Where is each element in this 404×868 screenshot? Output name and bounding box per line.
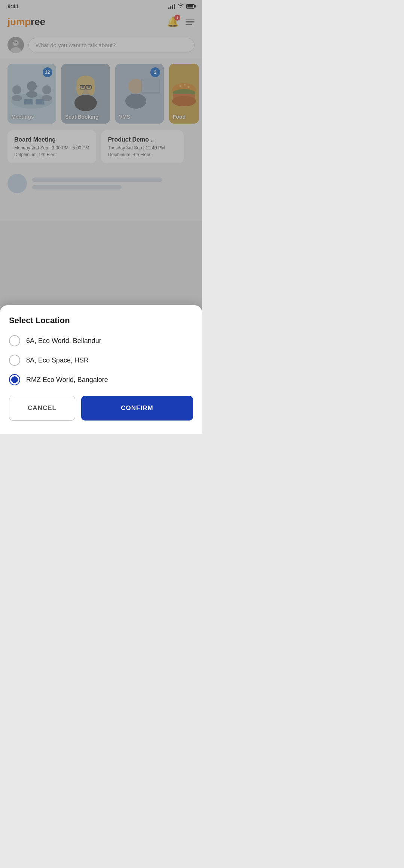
- wifi-icon: [177, 3, 184, 9]
- search-input[interactable]: What do you want to talk about?: [28, 38, 195, 52]
- location-option-2[interactable]: 8A, Eco Space, HSR: [9, 355, 193, 366]
- logo: jumpree: [7, 16, 45, 28]
- card-meetings[interactable]: 12 Meetings: [7, 64, 56, 124]
- sheet-buttons: CANCEL CONFIRM: [9, 396, 193, 421]
- meeting-card-1[interactable]: Board Meeting Monday 2nd Sep | 3:00 PM -…: [7, 130, 96, 163]
- status-time: 9:41: [7, 3, 19, 9]
- status-bar: 9:41: [0, 0, 202, 11]
- svg-point-11: [26, 91, 37, 98]
- meeting-card-2[interactable]: Product Demo .. Tuesday 3rd Sep | 12:40 …: [101, 130, 184, 163]
- svg-point-1: [13, 40, 19, 46]
- meeting-title-2: Product Demo ..: [108, 136, 177, 143]
- notification-bell[interactable]: 🔔 1: [167, 16, 179, 28]
- svg-point-3: [15, 42, 16, 43]
- svg-point-22: [82, 86, 84, 88]
- radio-circle-3: [9, 374, 20, 385]
- svg-point-38: [184, 84, 186, 86]
- app-header: jumpree 🔔 1: [0, 11, 202, 33]
- svg-rect-15: [36, 99, 44, 104]
- loading-line-2: [32, 185, 122, 189]
- meeting-room-2: Delphinium, 4th Floor: [108, 152, 177, 157]
- svg-point-12: [42, 85, 51, 94]
- bottom-sheet: Select Location 6A, Eco World, Bellandur…: [0, 305, 202, 434]
- logo-jump: jump: [7, 16, 31, 27]
- meeting-title-1: Board Meeting: [14, 136, 89, 143]
- bell-badge: 1: [174, 15, 180, 21]
- svg-point-4: [16, 42, 17, 43]
- svg-point-37: [180, 85, 181, 87]
- loading-section: [0, 169, 202, 198]
- vms-label: VMS: [119, 114, 130, 120]
- radio-inner-3: [11, 376, 18, 383]
- status-icons: [168, 3, 195, 9]
- radio-label-3: RMZ Eco World, Bangalore: [26, 376, 108, 384]
- confirm-button[interactable]: CONFIRM: [81, 396, 193, 421]
- card-food[interactable]: Food: [169, 64, 199, 124]
- loading-circle: [7, 174, 27, 193]
- card-vms[interactable]: 2 VMS: [115, 64, 164, 124]
- meetings-section: Board Meeting Monday 2nd Sep | 3:00 PM -…: [0, 129, 202, 169]
- meetings-badge: 12: [43, 67, 52, 77]
- meeting-time-1: Monday 2nd Sep | 3:00 PM - 5:00 PM: [14, 145, 89, 151]
- meetings-label: Meetings: [11, 114, 34, 120]
- category-cards: 12 Meetings: [0, 58, 202, 129]
- cancel-button[interactable]: CANCEL: [9, 396, 75, 421]
- radio-circle-1: [9, 335, 20, 346]
- meeting-time-2: Tuesday 3rd Sep | 12:40 PM: [108, 145, 177, 151]
- svg-point-39: [188, 86, 190, 88]
- search-row: What do you want to talk about?: [0, 33, 202, 58]
- location-option-3[interactable]: RMZ Eco World, Bangalore: [9, 374, 193, 385]
- search-placeholder: What do you want to talk about?: [36, 42, 116, 48]
- svg-rect-5: [13, 41, 15, 42]
- battery-icon: [186, 4, 195, 9]
- hamburger-menu[interactable]: [186, 19, 195, 25]
- main-content: 12 Meetings: [0, 58, 202, 221]
- loading-line-1: [32, 177, 162, 182]
- svg-point-9: [12, 95, 22, 101]
- location-option-1[interactable]: 6A, Eco World, Bellandur: [9, 335, 193, 346]
- vms-badge: 2: [150, 67, 160, 77]
- food-label: Food: [173, 114, 186, 120]
- radio-label-2: 8A, Eco Space, HSR: [26, 356, 89, 364]
- signal-icon: [168, 4, 175, 9]
- svg-rect-14: [24, 99, 33, 104]
- svg-rect-31: [142, 79, 159, 92]
- avatar: [7, 37, 24, 53]
- svg-point-10: [27, 81, 37, 91]
- radio-label-1: 6A, Eco World, Bellandur: [26, 337, 101, 345]
- svg-point-29: [125, 94, 146, 109]
- svg-point-28: [128, 79, 143, 94]
- radio-circle-2: [9, 355, 20, 366]
- loading-lines: [32, 177, 195, 189]
- svg-point-18: [74, 95, 97, 111]
- sheet-title: Select Location: [9, 316, 193, 325]
- logo-blue: ree: [31, 16, 45, 27]
- svg-point-8: [12, 85, 21, 94]
- svg-point-36: [172, 96, 196, 106]
- meeting-room-1: Delphinium, 9th Floor: [14, 152, 89, 157]
- seat-booking-label: Seat Booking: [65, 114, 98, 120]
- card-seat-booking[interactable]: Seat Booking: [61, 64, 110, 124]
- svg-point-23: [88, 86, 90, 88]
- header-icons: 🔔 1: [167, 16, 195, 28]
